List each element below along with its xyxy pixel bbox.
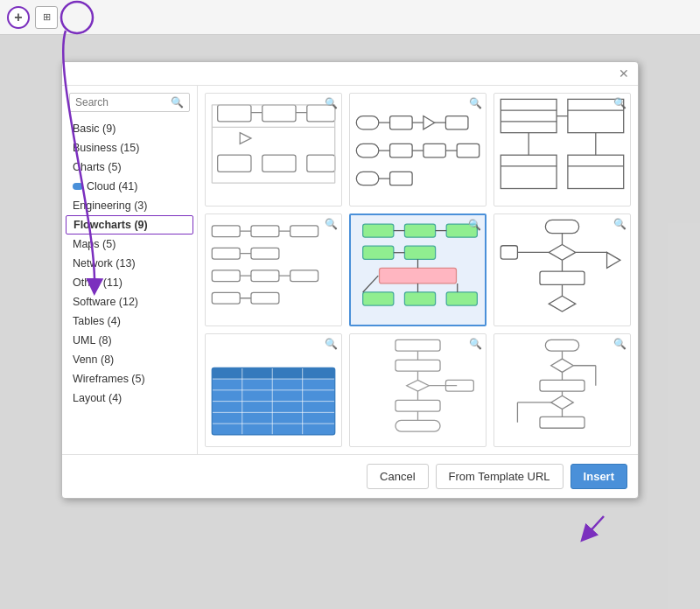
- svg-rect-61: [363, 224, 394, 237]
- svg-rect-81: [540, 271, 584, 284]
- svg-rect-53: [212, 270, 240, 281]
- template-diagram-3: [494, 94, 630, 206]
- sidebar-item-basic[interactable]: Basic (9): [62, 119, 197, 138]
- svg-rect-101: [396, 360, 440, 372]
- sidebar-item-business[interactable]: Business (15): [62, 138, 197, 158]
- zoom-icon-6: 🔍: [613, 218, 626, 230]
- sidebar-item-venn[interactable]: Venn (8): [62, 350, 197, 369]
- template-item-6[interactable]: 🔍: [494, 214, 631, 327]
- svg-rect-40: [568, 155, 624, 188]
- svg-rect-67: [363, 292, 394, 305]
- svg-rect-17: [390, 116, 413, 130]
- toolbar: + ⊞: [0, 0, 700, 35]
- svg-rect-68: [404, 292, 435, 305]
- template-url-button[interactable]: From Template URL: [436, 464, 564, 489]
- template-item-7[interactable]: 🔍: [205, 333, 342, 447]
- sidebar-item-layout[interactable]: Layout (4): [62, 388, 197, 408]
- template-diagram-9: [494, 334, 630, 446]
- template-diagram-5: [351, 215, 485, 326]
- svg-rect-23: [356, 144, 379, 157]
- svg-rect-25: [424, 144, 446, 157]
- zoom-icon-9: 🔍: [613, 338, 626, 350]
- template-diagram-8: [350, 334, 486, 446]
- insert-button[interactable]: Insert: [570, 464, 627, 489]
- svg-rect-59: [251, 292, 279, 304]
- svg-rect-8: [262, 155, 296, 172]
- search-box[interactable]: 🔍: [69, 93, 190, 112]
- svg-rect-47: [290, 225, 318, 236]
- category-sidebar: 🔍 Basic (9) Business (15) Charts (5) Clo…: [62, 86, 198, 454]
- zoom-icon-1: 🔍: [325, 97, 338, 109]
- svg-marker-83: [607, 252, 620, 268]
- svg-rect-77: [545, 220, 578, 233]
- modal-header: ✕: [62, 62, 638, 86]
- template-item-9[interactable]: 🔍: [494, 333, 631, 447]
- zoom-icon-2: 🔍: [469, 97, 482, 109]
- cancel-button[interactable]: Cancel: [367, 464, 428, 489]
- sidebar-item-flowcharts[interactable]: Flowcharts (9): [66, 215, 193, 234]
- sidebar-item-software[interactable]: Software (12): [62, 292, 197, 312]
- template-item-8[interactable]: 🔍: [349, 333, 486, 447]
- svg-rect-24: [390, 144, 413, 157]
- sidebar-item-other[interactable]: Other (11): [62, 273, 197, 292]
- sidebar-item-uml[interactable]: UML (8): [62, 331, 197, 350]
- svg-rect-58: [212, 292, 240, 304]
- zoom-icon-7: 🔍: [325, 338, 338, 350]
- modal-footer: Cancel From Template URL Insert: [62, 454, 638, 498]
- svg-rect-120: [540, 417, 584, 429]
- cloud-icon: [73, 183, 83, 190]
- zoom-icon-3: 🔍: [613, 97, 626, 109]
- sidebar-item-maps[interactable]: Maps (5): [62, 234, 197, 254]
- svg-rect-64: [363, 246, 394, 259]
- sidebar-item-cloud[interactable]: Cloud (41): [62, 177, 197, 196]
- sidebar-item-engineering[interactable]: Engineering (3): [62, 196, 197, 215]
- svg-rect-99: [396, 340, 440, 352]
- sidebar-item-network[interactable]: Network (13): [62, 254, 197, 273]
- svg-rect-114: [540, 381, 584, 392]
- svg-rect-33: [500, 99, 556, 132]
- svg-rect-105: [396, 401, 440, 412]
- sidebar-item-tables[interactable]: Tables (4): [62, 312, 197, 331]
- svg-rect-110: [545, 340, 578, 352]
- close-button[interactable]: ✕: [615, 66, 633, 81]
- template-diagram-2: [350, 94, 486, 206]
- template-diagram-6: [494, 214, 630, 326]
- search-icon: 🔍: [171, 96, 184, 108]
- add-button[interactable]: +: [7, 6, 30, 29]
- svg-rect-54: [251, 270, 279, 281]
- template-grid: 🔍: [198, 86, 638, 454]
- sidebar-item-wireframes[interactable]: Wireframes (5): [62, 369, 197, 388]
- template-item-2[interactable]: 🔍: [349, 93, 486, 206]
- svg-marker-112: [551, 359, 574, 372]
- svg-marker-79: [549, 244, 576, 260]
- svg-rect-45: [212, 225, 240, 236]
- template-item-5[interactable]: 🔍: [349, 214, 486, 327]
- svg-rect-55: [290, 270, 318, 281]
- svg-rect-19: [445, 116, 468, 130]
- svg-marker-6: [240, 133, 251, 144]
- zoom-icon-5: 🔍: [468, 219, 481, 231]
- svg-rect-7: [218, 155, 251, 172]
- template-item-1[interactable]: 🔍: [205, 93, 342, 206]
- sidebar-item-charts[interactable]: Charts (5): [62, 158, 197, 177]
- svg-rect-46: [251, 225, 279, 236]
- svg-rect-38: [500, 155, 556, 188]
- svg-rect-87: [500, 245, 517, 258]
- svg-rect-69: [446, 292, 477, 305]
- svg-rect-30: [356, 172, 379, 185]
- zoom-icon-8: 🔍: [469, 338, 482, 350]
- svg-rect-109: [396, 421, 440, 432]
- search-input[interactable]: [75, 96, 171, 108]
- svg-rect-89: [212, 368, 334, 380]
- template-diagram-7: [206, 334, 341, 446]
- svg-rect-2: [262, 105, 296, 122]
- svg-rect-16: [356, 116, 379, 130]
- template-item-3[interactable]: 🔍: [494, 93, 631, 206]
- svg-rect-9: [307, 155, 335, 172]
- svg-rect-65: [404, 246, 435, 259]
- svg-rect-51: [251, 248, 279, 259]
- svg-rect-31: [390, 172, 413, 185]
- grid-button[interactable]: ⊞: [35, 6, 58, 29]
- template-item-4[interactable]: 🔍: [205, 214, 342, 327]
- modal-overlay: ✕ 🔍 Basic (9) Business (15) Charts: [0, 35, 700, 609]
